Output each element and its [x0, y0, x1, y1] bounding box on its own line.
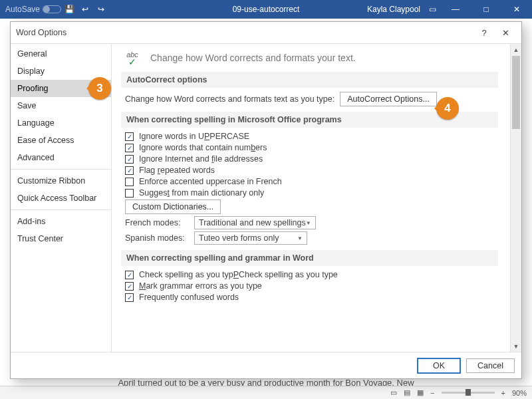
word-spell-checkbox-0[interactable]: [125, 271, 134, 279]
sidebar-item-quick-access-toolbar[interactable]: Quick Access Toolbar: [11, 190, 111, 207]
word-options-dialog: Word Options ? ✕ GeneralDisplayProofingS…: [10, 21, 522, 379]
word-spell-checkbox-1[interactable]: [125, 282, 134, 291]
office-spell-checkbox-2[interactable]: [125, 155, 134, 164]
sidebar-item-trust-center[interactable]: Trust Center: [11, 230, 111, 247]
ribbon-display-icon[interactable]: ▭: [427, 4, 438, 15]
sidebar-item-save[interactable]: Save: [11, 97, 111, 114]
office-spell-checkbox-0[interactable]: [125, 132, 134, 141]
office-spell-label-0: Ignore words in UPPERCASE: [139, 132, 249, 141]
sidebar-item-ease-of-access[interactable]: Ease of Access: [11, 132, 111, 149]
zoom-in-icon[interactable]: +: [501, 389, 505, 397]
scroll-down-icon[interactable]: ▼: [511, 340, 521, 352]
spanish-modes-label: Spanish modes:: [125, 233, 189, 243]
word-spell-label-1: Mark grammar errors as you type: [139, 281, 262, 291]
scroll-up-icon[interactable]: ▲: [511, 44, 521, 55]
proofing-header-text: Change how Word corrects and formats you…: [150, 53, 356, 63]
sidebar-item-language[interactable]: Language: [11, 114, 111, 132]
user-name: Kayla Claypool: [367, 5, 420, 14]
word-spell-label-0: Check spelling as you typPCheck spelling…: [139, 270, 338, 279]
autocorrect-desc: Change how Word corrects and formats tex…: [125, 94, 334, 104]
sidebar-item-add-ins[interactable]: Add-ins: [11, 213, 111, 230]
office-spell-label-2: Ignore Internet and file addresses: [139, 154, 263, 164]
minimize-button[interactable]: —: [440, 0, 471, 19]
french-modes-label: French modes:: [125, 218, 189, 227]
section-spelling-word: When correcting spelling and grammar in …: [121, 250, 498, 266]
chevron-down-icon: ▼: [306, 220, 311, 226]
office-spell-checkbox-5[interactable]: [125, 189, 134, 198]
word-spell-checkbox-2[interactable]: [125, 293, 134, 302]
close-dialog-button[interactable]: ✕: [495, 22, 516, 43]
zoom-out-icon[interactable]: −: [430, 389, 434, 397]
close-window-button[interactable]: ✕: [501, 0, 532, 19]
chevron-down-icon: ▼: [297, 235, 303, 241]
save-icon[interactable]: 💾: [64, 4, 74, 15]
word-titlebar: AutoSave 💾 ↩ ↪ 09-use-autocorrect Kayla …: [0, 0, 532, 19]
office-spell-label-3: Flag repeated words: [139, 166, 215, 175]
maximize-button[interactable]: □: [471, 0, 501, 19]
zoom-slider[interactable]: [442, 392, 495, 394]
custom-dictionaries-button[interactable]: Custom Dictionaries...: [125, 200, 221, 214]
zoom-value: 90%: [512, 389, 527, 397]
help-button[interactable]: ?: [473, 22, 495, 43]
dialog-titlebar: Word Options ? ✕: [11, 22, 521, 43]
french-modes-select[interactable]: Traditional and new spellings▼: [194, 216, 316, 229]
document-title: 09-use-autocorrect: [233, 5, 300, 14]
view-readmode-icon[interactable]: ▭: [390, 388, 397, 397]
proofing-header-icon: abc ✓: [121, 51, 144, 65]
cancel-button[interactable]: Cancel: [466, 358, 515, 373]
office-spell-label-5: Suggest from main dictionary only: [139, 188, 264, 198]
undo-icon[interactable]: ↩: [80, 4, 90, 15]
options-content: abc ✓ Change how Word corrects and forma…: [112, 44, 510, 352]
office-spell-label-1: Ignore words that contain numbers: [139, 143, 267, 152]
autocorrect-options-button[interactable]: AutoCorrect Options...: [340, 92, 437, 106]
sidebar-item-customize-ribbon[interactable]: Customize Ribbon: [11, 172, 111, 190]
autosave-label: AutoSave: [5, 5, 40, 14]
dialog-footer: OK Cancel: [11, 352, 521, 378]
scroll-thumb[interactable]: [512, 56, 520, 129]
section-autocorrect: AutoCorrect options: [121, 72, 498, 88]
sidebar-item-advanced[interactable]: Advanced: [11, 149, 111, 166]
redo-icon[interactable]: ↪: [96, 4, 106, 15]
view-print-icon[interactable]: ▤: [404, 388, 410, 397]
office-spell-label-4: Enforce accented uppercase in French: [139, 177, 282, 186]
annotation-4: 4: [436, 97, 459, 120]
ok-button[interactable]: OK: [417, 358, 461, 374]
autosave-toggle[interactable]: AutoSave: [5, 5, 61, 14]
dialog-title: Word Options: [16, 28, 66, 37]
content-scrollbar[interactable]: ▲ ▼: [510, 44, 521, 352]
word-spell-label-2: Frequently confused words: [139, 293, 239, 302]
office-spell-checkbox-1[interactable]: [125, 144, 134, 152]
toggle-off-icon: [43, 5, 61, 13]
office-spell-checkbox-4[interactable]: [125, 178, 134, 186]
annotation-3: 3: [88, 77, 111, 100]
status-bar: ▭ ▤ ▦ − + 90%: [0, 386, 532, 399]
spanish-modes-select[interactable]: Tuteo verb forms only▼: [194, 231, 307, 245]
office-spell-checkbox-3[interactable]: [125, 166, 134, 175]
view-web-icon[interactable]: ▦: [417, 388, 424, 397]
sidebar-item-general[interactable]: General: [11, 45, 111, 63]
